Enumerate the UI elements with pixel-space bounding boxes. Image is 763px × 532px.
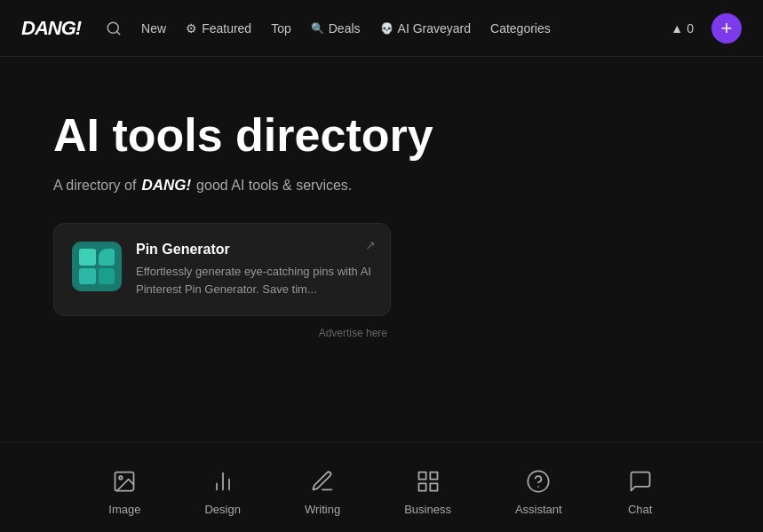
card-content: Pin Generator Effortlessly generate eye-… — [136, 242, 372, 298]
deals-icon: 🔍 — [311, 22, 324, 35]
header-right: ▲ 0 + — [664, 13, 742, 44]
design-icon — [209, 467, 237, 496]
card-description: Effortlessly generate eye-catching pins … — [136, 263, 372, 298]
svg-rect-10 — [418, 483, 425, 490]
advertise-link[interactable]: Advertise here — [53, 327, 391, 339]
chat-icon — [626, 467, 655, 496]
categories-bar: Image Design Writing — [0, 441, 763, 532]
business-icon — [414, 467, 442, 496]
card-logo — [72, 242, 122, 291]
external-link-icon: ↗ — [365, 238, 376, 252]
nav-item-top[interactable]: Top — [262, 16, 300, 41]
hero-title: AI tools directory — [53, 110, 710, 161]
featured-icon: ⚙ — [186, 21, 197, 36]
category-business[interactable]: Business — [393, 460, 462, 523]
main-nav: New ⚙ Featured Top 🔍 Deals 💀 AI Graveyar… — [132, 16, 660, 41]
header: DANG! New ⚙ Featured Top 🔍 Deals 💀 AI Gr… — [0, 0, 763, 57]
search-button[interactable] — [99, 15, 129, 42]
nav-item-new[interactable]: New — [132, 16, 175, 41]
category-assistant[interactable]: Assistant — [505, 460, 573, 523]
nav-item-deals[interactable]: 🔍 Deals — [302, 16, 370, 41]
svg-rect-8 — [430, 472, 437, 480]
card-title: Pin Generator — [136, 242, 372, 258]
notification-icon: ▲ — [671, 21, 683, 36]
svg-rect-9 — [430, 483, 437, 490]
category-design-label: Design — [204, 503, 240, 516]
nav-item-featured[interactable]: ⚙ Featured — [177, 16, 260, 41]
svg-point-3 — [120, 476, 123, 480]
assistant-icon — [524, 467, 552, 496]
svg-line-1 — [117, 31, 120, 34]
featured-card[interactable]: Pin Generator Effortlessly generate eye-… — [53, 223, 391, 316]
logo[interactable]: DANG! — [21, 17, 81, 40]
category-writing[interactable]: Writing — [294, 460, 351, 523]
writing-icon — [308, 467, 337, 496]
brand-inline: DANG! — [141, 177, 191, 195]
category-assistant-label: Assistant — [515, 503, 562, 516]
notification-count: 0 — [687, 21, 694, 36]
category-business-label: Business — [404, 503, 451, 516]
category-design[interactable]: Design — [194, 460, 250, 523]
notification-button[interactable]: ▲ 0 — [664, 18, 701, 39]
category-image[interactable]: Image — [98, 460, 151, 523]
svg-rect-7 — [418, 472, 425, 480]
svg-point-11 — [529, 471, 549, 491]
nav-item-categories[interactable]: Categories — [481, 16, 560, 41]
image-icon — [110, 467, 139, 496]
hero-subtitle: A directory of DANG! good AI tools & ser… — [53, 177, 710, 195]
category-chat[interactable]: Chat — [616, 460, 665, 523]
add-button[interactable]: + — [711, 13, 742, 44]
main-content: AI tools directory A directory of DANG! … — [0, 57, 763, 410]
graveyard-icon: 💀 — [380, 22, 393, 35]
category-image-label: Image — [108, 503, 140, 516]
category-chat-label: Chat — [628, 503, 652, 516]
category-writing-label: Writing — [305, 503, 340, 516]
nav-item-ai-graveyard[interactable]: 💀 AI Graveyard — [371, 16, 480, 41]
